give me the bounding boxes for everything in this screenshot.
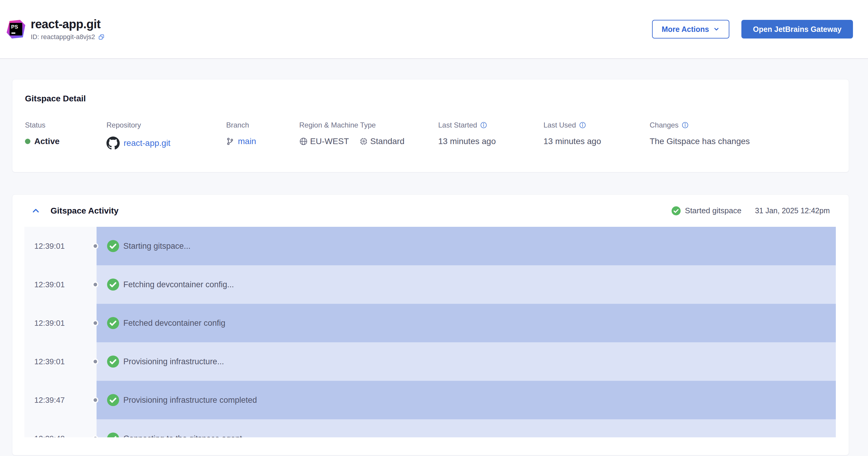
repository-label: Repository [106, 121, 226, 129]
repository-link[interactable]: react-app.git [124, 139, 170, 148]
machine-chip-icon [360, 137, 368, 146]
log-message: Provisioning infrastructure completed [123, 396, 257, 405]
check-circle-icon [107, 278, 119, 291]
copy-icon[interactable] [98, 34, 105, 40]
chevron-up-icon[interactable] [31, 206, 40, 215]
gitspace-detail-card: Gitspace Detail Status Active Repository… [12, 79, 849, 172]
log-row: 12:39:47 Provisioning infrastructure com… [24, 381, 836, 419]
field-repository: Repository react-app.git [106, 121, 226, 150]
check-circle-icon [672, 206, 681, 215]
field-changes: Changes The Gitspace has changes [650, 121, 836, 150]
region-value: EU-WEST [310, 136, 349, 146]
check-circle-icon [107, 240, 119, 252]
gitspace-detail-title: Gitspace Detail [25, 94, 836, 103]
machine-type-value: Standard [370, 136, 405, 146]
globe-icon [299, 137, 308, 146]
timeline-dot-icon [92, 281, 98, 287]
git-branch-icon [226, 138, 234, 145]
check-circle-icon [107, 394, 119, 406]
timeline-dot-icon [92, 243, 98, 249]
phpstorm-logo-square: PS [10, 23, 22, 35]
timeline-dot-icon [92, 359, 98, 365]
activity-timestamp: 31 Jan, 2025 12:42pm [755, 206, 830, 215]
gitspace-id: ID: reactappgit-a8vjs2 [31, 33, 95, 41]
changes-label: Changes [650, 121, 679, 129]
log-row: 12:39:48 Connecting to the gitspace agen… [24, 419, 836, 437]
log-time: 12:39:01 [24, 304, 97, 342]
log-row: 12:39:01 Fetched devcontainer config [24, 304, 836, 342]
github-icon [106, 136, 120, 150]
open-gateway-label: Open JetBrains Gateway [753, 25, 841, 34]
status-value: Active [34, 136, 60, 146]
check-circle-icon [107, 317, 119, 329]
chevron-down-icon [713, 26, 720, 32]
status-label: Status [25, 121, 106, 129]
field-status: Status Active [25, 121, 106, 150]
open-jetbrains-gateway-button[interactable]: Open JetBrains Gateway [741, 20, 853, 38]
phpstorm-logo-text: PS [11, 24, 18, 30]
branch-label: Branch [226, 121, 299, 129]
last-started-label: Last Started [438, 121, 477, 129]
more-actions-label: More Actions [662, 25, 709, 34]
log-row: 12:39:01 Starting gitspace... [24, 227, 836, 265]
log-time: 12:39:01 [24, 265, 97, 304]
log-message: Fetching devcontainer config... [123, 280, 234, 290]
more-actions-button[interactable]: More Actions [652, 20, 730, 38]
field-region-machine: Region & Machine Type EU-WEST [299, 121, 438, 150]
info-icon[interactable] [579, 122, 586, 129]
log-time: 12:39:01 [24, 227, 97, 265]
page-header: PS react-app.git ID: reactappgit-a8vjs2 … [0, 0, 868, 59]
log-time: 12:39:01 [24, 342, 97, 381]
page-title: react-app.git [31, 18, 105, 31]
timeline-dot-icon [92, 320, 98, 326]
log-message: Fetched devcontainer config [123, 318, 225, 328]
last-started-value: 13 minutes ago [438, 136, 496, 146]
gitspace-activity-card: Gitspace Activity Started gitspace 31 Ja… [12, 194, 849, 455]
branch-link[interactable]: main [238, 136, 256, 146]
phpstorm-logo-underscore [11, 32, 16, 34]
status-active-dot-icon [25, 139, 30, 144]
activity-log: 12:39:01 Starting gitspace... 12:39:01 F… [24, 227, 836, 437]
last-used-value: 13 minutes ago [544, 136, 601, 146]
field-branch: Branch main [226, 121, 299, 150]
timeline-dot-icon [92, 397, 98, 403]
changes-value: The Gitspace has changes [650, 136, 750, 146]
info-icon[interactable] [480, 122, 487, 129]
activity-status-badge: Started gitspace [685, 206, 741, 215]
phpstorm-logo-icon: PS [7, 20, 25, 38]
gitspace-activity-title: Gitspace Activity [51, 206, 119, 216]
field-last-used: Last Used 13 minutes ago [544, 121, 650, 150]
log-row: 12:39:01 Fetching devcontainer config... [24, 265, 836, 304]
log-message: Provisioning infrastructure... [123, 357, 224, 366]
log-message: Connecting to the gitspace agent... [123, 434, 249, 438]
field-last-started: Last Started 13 minutes ago [438, 121, 544, 150]
info-icon[interactable] [682, 122, 689, 129]
check-circle-icon [107, 356, 119, 368]
log-row: 12:39:01 Provisioning infrastructure... [24, 342, 836, 381]
region-machine-label: Region & Machine Type [299, 121, 438, 129]
last-used-label: Last Used [544, 121, 576, 129]
log-time: 12:39:47 [24, 381, 97, 419]
log-message: Starting gitspace... [123, 242, 191, 251]
log-time: 12:39:48 [24, 419, 97, 437]
check-circle-icon [107, 432, 119, 437]
